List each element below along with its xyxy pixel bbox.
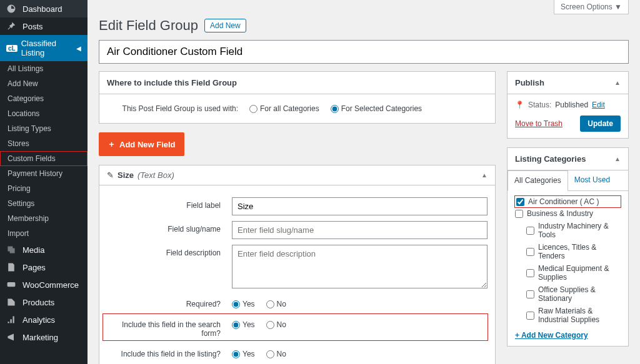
where-prompt: This Post Field Group is used with: [107, 104, 238, 113]
category-checkbox[interactable] [526, 312, 534, 320]
input-field-label[interactable] [232, 197, 488, 215]
submenu-listing-types[interactable]: Listing Types [0, 121, 88, 136]
submenu-label: Custom Fields [8, 154, 56, 163]
required-no-radio[interactable] [266, 300, 274, 308]
tab-most-used[interactable]: Most Used [568, 170, 616, 190]
screen-options-toggle[interactable]: Screen Options ▼ [554, 0, 629, 14]
required-yes[interactable]: Yes [232, 300, 255, 308]
radio-all-categories[interactable]: For all Categories [249, 104, 319, 113]
field-header[interactable]: ✎ Size (Text Box) ▲ [99, 165, 495, 185]
category-item[interactable]: Business & Industry [515, 207, 621, 220]
tab-all-categories[interactable]: All Categories [508, 170, 568, 191]
menu-marketing[interactable]: Marketing [0, 328, 88, 346]
required-yes-radio[interactable] [232, 300, 240, 308]
analytics-icon [6, 315, 18, 325]
add-new-field-button[interactable]: ＋ Add New Field [99, 132, 184, 156]
menu-dashboard[interactable]: Dashboard [0, 0, 88, 17]
category-checkbox[interactable] [515, 210, 523, 218]
submenu-membership[interactable]: Membership [0, 211, 88, 226]
field-editor-box: ✎ Size (Text Box) ▲ Field label Field sl… [99, 165, 496, 364]
category-item[interactable]: Medical Equipment & Supplies [515, 262, 621, 283]
submenu-stores[interactable]: Stores [0, 136, 88, 151]
input-field-slug[interactable] [232, 221, 488, 239]
category-list: Air Conditioner ( AC ) Business & Indust… [515, 196, 621, 326]
search-yes-radio[interactable] [232, 321, 240, 329]
row-search-form: Include this field in the search form? Y… [103, 314, 488, 340]
row-required: Required? Yes No [107, 296, 488, 308]
listing-yes-radio[interactable] [232, 350, 240, 358]
publish-heading: Publish [515, 78, 544, 87]
no-label: No [277, 300, 286, 308]
category-item[interactable]: Raw Materials & Industrial Supplies [515, 305, 621, 326]
submenu-categories[interactable]: Categories [0, 91, 88, 106]
radio-selected-input[interactable] [331, 105, 339, 113]
category-label: Medical Equipment & Supplies [538, 264, 621, 282]
menu-woocommerce[interactable]: WooCommerce [0, 276, 88, 293]
status-value: Published [555, 101, 588, 109]
submenu-payment-history[interactable]: Payment History [0, 166, 88, 181]
category-checkbox[interactable] [526, 227, 534, 235]
submenu-add-new[interactable]: Add New [0, 76, 88, 91]
chevron-left-icon: ◀ [76, 45, 81, 52]
category-checkbox[interactable] [516, 198, 524, 206]
add-new-button[interactable]: Add New [204, 19, 246, 32]
menu-posts[interactable]: Posts [0, 17, 88, 35]
category-item[interactable]: Air Conditioner ( AC ) [515, 196, 621, 207]
radio-selected-categories[interactable]: For Selected Categories [331, 104, 422, 113]
radio-all-input[interactable] [249, 105, 258, 113]
category-label: Air Conditioner ( AC ) [528, 197, 599, 206]
submenu-label: Categories [8, 94, 44, 103]
category-checkbox[interactable] [526, 248, 534, 256]
label-listing: Include this field in the listing? [107, 346, 232, 358]
search-no-radio[interactable] [266, 321, 274, 329]
menu-label: Posts [22, 22, 43, 31]
collapse-toggle[interactable]: ▲ [614, 155, 621, 162]
categories-heading: Listing Categories [515, 154, 586, 164]
edit-status-link[interactable]: Edit [592, 101, 605, 109]
menu-media[interactable]: Media [0, 241, 88, 258]
collapse-toggle[interactable]: ▲ [614, 79, 621, 86]
submenu-label: Pricing [8, 184, 31, 193]
page-title: Edit Field Group Add New [99, 17, 629, 34]
submenu-label: Membership [8, 214, 49, 223]
dashboard-icon [6, 4, 18, 14]
category-item[interactable]: Industry Machinery & Tools [515, 220, 621, 241]
trash-link[interactable]: Move to Trash [515, 119, 562, 128]
collapse-toggle[interactable]: ▲ [481, 172, 488, 179]
chevron-down-icon: ▼ [614, 2, 622, 11]
search-yes[interactable]: Yes [232, 320, 255, 329]
category-item[interactable]: Office Supplies & Stationary [515, 283, 621, 305]
submenu-import[interactable]: Import [0, 226, 88, 241]
menu-analytics[interactable]: Analytics [0, 311, 88, 328]
listing-no[interactable]: No [266, 350, 286, 358]
search-no[interactable]: No [266, 320, 286, 329]
menu-label: Pages [22, 263, 46, 272]
menu-label: Media [22, 245, 44, 255]
category-item[interactable]: Licences, Titles & Tenders [515, 241, 621, 262]
textarea-field-desc[interactable] [232, 245, 488, 288]
menu-pages[interactable]: Pages [0, 258, 88, 276]
status-row: 📍 Status: Published Edit [515, 101, 621, 109]
title-input[interactable] [99, 40, 629, 64]
required-no[interactable]: No [266, 300, 286, 308]
submenu-label: Import [8, 229, 29, 238]
menu-products[interactable]: Products [0, 293, 88, 311]
label-required: Required? [107, 296, 232, 308]
update-button[interactable]: Update [580, 116, 621, 132]
submenu-custom-fields[interactable]: Custom Fields [0, 151, 88, 166]
submenu-settings[interactable]: Settings [0, 196, 88, 211]
menu-classified-listing[interactable]: cL Classified Listing ◀ [0, 35, 88, 61]
menu-label: Dashboard [22, 4, 62, 14]
listing-no-radio[interactable] [266, 350, 274, 358]
submenu-all-listings[interactable]: All Listings [0, 61, 88, 76]
category-label: Office Supplies & Stationary [538, 285, 621, 303]
where-heading-text: Where to include this Field Group [107, 78, 237, 87]
category-checkbox[interactable] [526, 290, 534, 298]
submenu-label: Stores [8, 139, 29, 148]
category-checkbox[interactable] [526, 269, 534, 277]
listing-yes[interactable]: Yes [232, 350, 255, 358]
add-category-link[interactable]: + Add New Category [515, 331, 588, 340]
submenu-pricing[interactable]: Pricing [0, 181, 88, 196]
label-field-desc: Field description [107, 245, 232, 257]
submenu-locations[interactable]: Locations [0, 106, 88, 121]
